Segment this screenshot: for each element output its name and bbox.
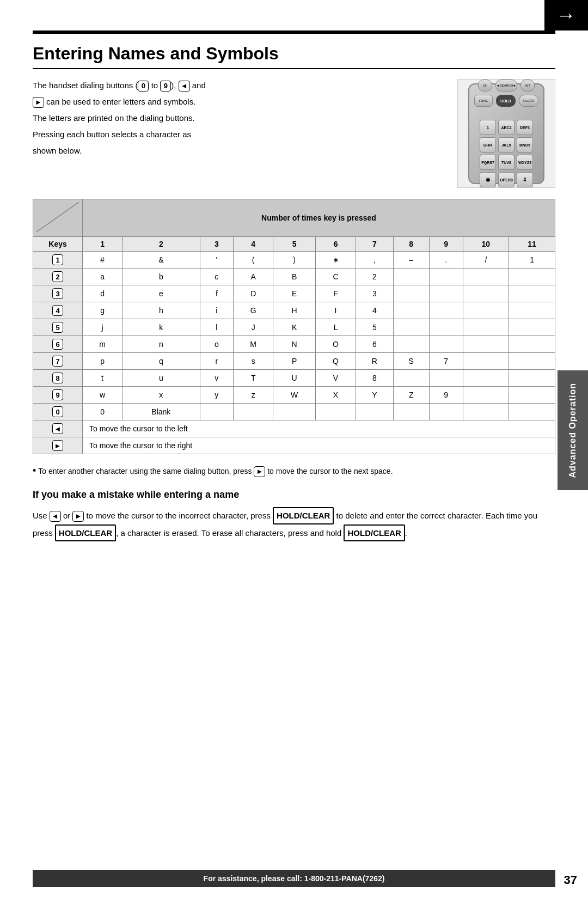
cell-3-0: g — [83, 302, 122, 319]
footer-bar: For assistance, please call: 1-800-211-P… — [33, 870, 555, 887]
cell-1-1: b — [122, 269, 200, 285]
table-keys-header: Keys — [33, 237, 83, 252]
cell-1-0: a — [83, 269, 122, 285]
table-row: 5jklJKL5 — [33, 319, 555, 336]
cell-3-9 — [463, 302, 509, 319]
cell-4-8 — [429, 319, 463, 336]
phone-button-grid: 1 ABC2 DEF3 GHI4 JKL5 MNO6 PQRS7 TUV8 WX… — [480, 120, 533, 187]
note-text: • To enter another character using the s… — [33, 465, 555, 477]
diagonal-header-icon — [36, 202, 79, 232]
cell-5-5: O — [315, 336, 356, 353]
cell-8-5: X — [315, 387, 356, 404]
cell-5-8 — [429, 336, 463, 353]
key-label-2: 3 — [52, 288, 63, 299]
phone-body: CH ◄SEARCH► INT FUNC HOLD CLEAR 1 ABC2 — [468, 83, 544, 184]
key-label-7: 8 — [52, 373, 63, 383]
intro-line2: ► can be used to enter letters and symbo… — [33, 95, 446, 108]
char-table: Number of times key is pressed Keys 1 2 … — [33, 199, 555, 454]
cell-2-10 — [509, 285, 555, 302]
cell-0-6: , — [356, 252, 394, 269]
cell-1-9 — [463, 269, 509, 285]
intro-line5: shown below. — [33, 144, 446, 157]
page-number: 37 — [564, 873, 577, 887]
cell-8-1: x — [122, 387, 200, 404]
cell-5-7 — [393, 336, 429, 353]
phone-btn-search: ◄SEARCH► — [495, 80, 517, 91]
key-cell-1: 2 — [33, 269, 83, 285]
page-container: → Entering Names and Symbols The handset… — [0, 0, 588, 909]
cell-7-1: u — [122, 370, 200, 387]
key-cell-8: 9 — [33, 387, 83, 404]
cell-2-9 — [463, 285, 509, 302]
phone-btn-ch: CH — [478, 80, 492, 91]
cell-4-3: J — [234, 319, 273, 336]
phone-key-3: DEF3 — [517, 120, 533, 135]
cell-7-6: 8 — [356, 370, 394, 387]
table-col-1: 1 — [83, 237, 122, 252]
cell-1-7 — [393, 269, 429, 285]
key-right-icon: ► — [33, 97, 44, 108]
key-cell-6: 7 — [33, 353, 83, 370]
table-row: 9wxyzWXYZ9 — [33, 387, 555, 404]
cell-7-0: t — [83, 370, 122, 387]
cell-7-9 — [463, 370, 509, 387]
phone-btn-int: INT — [520, 80, 535, 91]
cell-7-5: V — [315, 370, 356, 387]
key-left-icon: ◄ — [179, 81, 190, 91]
cell-6-3: s — [234, 353, 273, 370]
table-col-9: 9 — [429, 237, 463, 252]
body-paragraph: Use ◄ or ► to move the cursor to the inc… — [33, 507, 555, 541]
cell-0-0: # — [83, 252, 122, 269]
cell-5-3: M — [234, 336, 273, 353]
key-label-11: ► — [52, 440, 64, 451]
cell-9-2 — [200, 404, 234, 420]
cell-6-2: r — [200, 353, 234, 370]
table-row: 6mnoMNO6 — [33, 336, 555, 353]
use-left-icon: ◄ — [50, 511, 61, 522]
cell-9-5 — [315, 404, 356, 420]
cell-9-7 — [393, 404, 429, 420]
key-label-9: 0 — [52, 406, 63, 417]
key-label-10: ◄ — [52, 423, 64, 434]
phone-key-0: OPER0 — [498, 172, 514, 187]
cell-1-6: 2 — [356, 269, 394, 285]
cell-7-4: U — [273, 370, 316, 387]
key-label-8: 9 — [52, 389, 63, 400]
cell-3-3: G — [234, 302, 273, 319]
table-row: 4ghiGHI4 — [33, 302, 555, 319]
span-cell-11: To move the cursor to the right — [83, 437, 555, 454]
hold-clear-box-3: HOLD/CLEAR — [344, 524, 405, 542]
key-label-0: 1 — [52, 254, 63, 265]
phone-key-2: ABC2 — [498, 120, 514, 135]
cell-6-0: p — [83, 353, 122, 370]
key-cell-4: 5 — [33, 319, 83, 336]
key-label-1: 2 — [52, 271, 63, 282]
table-main-header: Number of times key is pressed — [83, 199, 555, 237]
cell-9-9 — [463, 404, 509, 420]
phone-key-star: ✱ — [480, 172, 496, 187]
key-cell-11: ► — [33, 437, 83, 454]
cell-7-2: v — [200, 370, 234, 387]
cell-1-3: A — [234, 269, 273, 285]
hold-clear-box-2: HOLD/CLEAR — [55, 524, 116, 542]
key-9-icon: 9 — [160, 81, 171, 91]
cell-4-10 — [509, 319, 555, 336]
cell-8-9 — [463, 387, 509, 404]
cell-8-8: 9 — [429, 387, 463, 404]
key-cell-0: 1 — [33, 252, 83, 269]
table-col-5: 5 — [273, 237, 316, 252]
table-col-11: 11 — [509, 237, 555, 252]
hold-clear-box-1: HOLD/CLEAR — [273, 507, 334, 524]
phone-image: CH ◄SEARCH► INT FUNC HOLD CLEAR 1 ABC2 — [457, 79, 555, 188]
table-col-10: 10 — [463, 237, 509, 252]
next-arrow-icon: → — [556, 4, 576, 27]
cell-8-0: w — [83, 387, 122, 404]
key-label-5: 6 — [52, 339, 63, 350]
cell-4-2: l — [200, 319, 234, 336]
table-col-3: 3 — [200, 237, 234, 252]
cell-0-5: ∗ — [315, 252, 356, 269]
key-cell-5: 6 — [33, 336, 83, 353]
cell-5-10 — [509, 336, 555, 353]
table-header-row: Number of times key is pressed — [33, 199, 555, 237]
cell-6-10 — [509, 353, 555, 370]
